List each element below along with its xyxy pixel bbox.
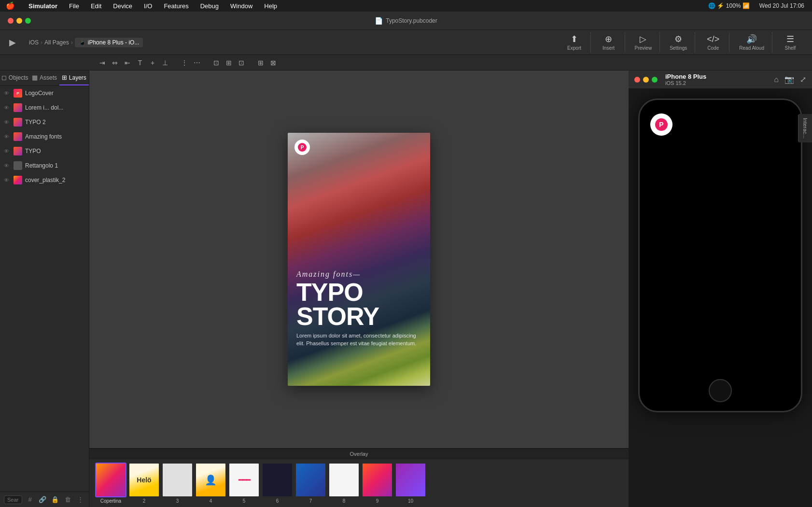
align-left-edge[interactable]: ⇥ bbox=[97, 57, 108, 69]
group-align-center[interactable]: ⊞ bbox=[223, 57, 235, 69]
sim-min-btn[interactable] bbox=[643, 77, 649, 83]
filmstrip-page-4[interactable]: 👤 4 bbox=[195, 463, 226, 504]
thumb-inner-4: 👤 bbox=[196, 464, 225, 496]
canvas-scroll[interactable]: P Amazing fonts— TYPO STORY Lorem ipsum … bbox=[89, 70, 629, 448]
export-button[interactable]: ⬆ Export bbox=[562, 32, 587, 53]
filmstrip-page-2[interactable]: Helö 2 bbox=[128, 463, 160, 504]
tab-objects[interactable]: ◻ Objects bbox=[0, 70, 29, 85]
distribute-v[interactable]: ⋯ bbox=[191, 57, 203, 69]
iphone-screen: P Amazing fonts— TYPO STORY Lorem ipsum … bbox=[640, 100, 801, 411]
menu-help[interactable]: Help bbox=[262, 2, 279, 10]
layer-item-typo2[interactable]: 👁 TYPO 2 bbox=[0, 115, 89, 129]
unwrap[interactable]: ⊠ bbox=[267, 57, 279, 69]
anchor-bottom[interactable]: ⊥ bbox=[159, 57, 171, 69]
hash-btn[interactable]: # bbox=[25, 495, 35, 505]
filmstrip-page-6[interactable]: 6 bbox=[262, 463, 293, 504]
lock-btn[interactable]: 🔒 bbox=[50, 495, 60, 505]
filmstrip-page-5[interactable]: ━━━ 5 bbox=[228, 463, 260, 504]
apple-menu[interactable]: 🍎 bbox=[4, 1, 17, 10]
align-center-h[interactable]: ⇔ bbox=[109, 57, 121, 69]
distribute-h[interactable]: ⋮ bbox=[179, 57, 190, 69]
menu-edit[interactable]: Edit bbox=[89, 2, 103, 10]
layer-vis-icon[interactable]: 👁 bbox=[4, 148, 11, 154]
settings-button[interactable]: ⚙ Settings bbox=[666, 32, 691, 53]
menu-file[interactable]: File bbox=[67, 2, 81, 10]
minimize-button[interactable] bbox=[16, 18, 22, 24]
group-align-left[interactable]: ⊡ bbox=[210, 57, 222, 69]
interactable-panel[interactable]: Interac... bbox=[798, 114, 812, 142]
layer-vis-icon[interactable]: 👁 bbox=[4, 134, 11, 140]
filmstrip-page-10[interactable]: 10 bbox=[395, 463, 426, 504]
filmstrip-thumb-5[interactable]: ━━━ bbox=[228, 463, 260, 497]
filmstrip-thumb-6[interactable] bbox=[262, 463, 293, 497]
layer-item-rettangolo[interactable]: 👁 Rettangolo 1 bbox=[0, 158, 89, 173]
close-button[interactable] bbox=[8, 18, 14, 24]
filmstrip-thumb-8[interactable] bbox=[328, 463, 360, 497]
status-time: Wed 20 Jul 17:06 bbox=[757, 2, 806, 9]
breadcrumb-ios[interactable]: iOS bbox=[29, 39, 39, 46]
app-name[interactable]: Simulator bbox=[27, 2, 59, 10]
thumb-inner-2: Helö bbox=[129, 464, 159, 496]
objects-icon: ◻ bbox=[1, 74, 7, 81]
tab-layers[interactable]: ⊞ Layers bbox=[59, 70, 89, 85]
add-anchor[interactable]: + bbox=[147, 57, 158, 69]
sim-camera-icon[interactable]: 📷 bbox=[784, 75, 794, 84]
code-button[interactable]: </> Code bbox=[701, 32, 725, 53]
read-aloud-button[interactable]: 🔊 Read Aloud bbox=[735, 32, 768, 53]
layer-vis-icon[interactable]: 👁 bbox=[4, 119, 11, 125]
layer-vis-icon[interactable]: 👁 bbox=[4, 90, 11, 96]
sim-max-btn[interactable] bbox=[652, 77, 658, 83]
text-align[interactable]: T bbox=[134, 57, 146, 69]
layer-item-amazing[interactable]: 👁 Amazing fonts bbox=[0, 129, 89, 144]
layer-list: 👁 P LogoCover 👁 Lorem i... dol... 👁 TYPO… bbox=[0, 86, 89, 492]
filmstrip-page-9[interactable]: 9 bbox=[362, 463, 393, 504]
breadcrumb-device[interactable]: 📱 iPhone 8 Plus - iO... bbox=[75, 38, 143, 47]
sim-home-icon[interactable]: ⌂ bbox=[774, 75, 779, 84]
layer-name: cover_plastik_2 bbox=[25, 177, 65, 183]
filmstrip-thumb-2[interactable]: Helö bbox=[128, 463, 160, 497]
layer-item-cover[interactable]: 👁 cover_plastik_2 bbox=[0, 173, 89, 187]
shelf-button[interactable]: ☰ Shelf bbox=[778, 32, 802, 53]
sim-device-name: iPhone 8 Plus bbox=[665, 73, 706, 80]
maximize-button[interactable] bbox=[25, 18, 31, 24]
tab-assets[interactable]: ▦ Assets bbox=[29, 70, 59, 85]
sim-rotate-icon[interactable]: ⤢ bbox=[800, 75, 806, 84]
align-right-edge[interactable]: ⇤ bbox=[122, 57, 133, 69]
sim-close-btn[interactable] bbox=[634, 77, 640, 83]
preview-button[interactable]: ▷ Preview bbox=[631, 32, 656, 53]
menu-window[interactable]: Window bbox=[228, 2, 254, 10]
link-btn[interactable]: 🔗 bbox=[38, 495, 47, 505]
group-align-right[interactable]: ⊡ bbox=[236, 57, 247, 69]
filmstrip-thumb-9[interactable] bbox=[362, 463, 393, 497]
layer-vis-icon[interactable]: 👁 bbox=[4, 177, 11, 183]
filmstrip-page-1[interactable]: Copertina bbox=[95, 463, 126, 504]
iphone-device[interactable]: P Amazing fonts— TYPO STORY Lorem ipsum … bbox=[638, 99, 802, 412]
layer-vis-icon[interactable]: 👁 bbox=[4, 163, 11, 169]
delete-btn[interactable]: 🗑 bbox=[63, 495, 72, 505]
layer-item-logocover[interactable]: 👁 P LogoCover bbox=[0, 86, 89, 100]
layer-item-typo[interactable]: 👁 TYPO bbox=[0, 144, 89, 158]
page-canvas[interactable]: P Amazing fonts— TYPO STORY Lorem ipsum … bbox=[288, 133, 430, 386]
insert-button[interactable]: ⊕ Insert bbox=[597, 32, 621, 53]
more-btn[interactable]: ⋮ bbox=[75, 495, 85, 505]
filmstrip-thumb-1[interactable] bbox=[95, 463, 126, 497]
menu-debug[interactable]: Debug bbox=[198, 2, 221, 10]
filmstrip-page-3[interactable]: 3 bbox=[162, 463, 193, 504]
menu-device[interactable]: Device bbox=[111, 2, 134, 10]
search-input[interactable] bbox=[4, 495, 22, 504]
filmstrip-scroll: Copertina Helö 2 bbox=[93, 459, 625, 507]
filmstrip-page-7[interactable]: 7 bbox=[295, 463, 326, 504]
filmstrip-thumb-4[interactable]: 👤 bbox=[195, 463, 226, 497]
layer-item-lorem[interactable]: 👁 Lorem i... dol... bbox=[0, 100, 89, 115]
filmstrip-page-8[interactable]: 8 bbox=[328, 463, 360, 504]
wrap[interactable]: ⊞ bbox=[255, 57, 266, 69]
layer-vis-icon[interactable]: 👁 bbox=[4, 105, 11, 111]
filmstrip-thumb-3[interactable] bbox=[162, 463, 193, 497]
run-button[interactable]: ▶ bbox=[6, 36, 19, 49]
menu-features[interactable]: Features bbox=[162, 2, 190, 10]
filmstrip-thumb-7[interactable] bbox=[295, 463, 326, 497]
breadcrumb-all-pages[interactable]: All Pages bbox=[44, 39, 69, 46]
filmstrip-thumb-10[interactable] bbox=[395, 463, 426, 497]
iphone-home-button[interactable] bbox=[709, 379, 732, 402]
menu-io[interactable]: I/O bbox=[142, 2, 154, 10]
